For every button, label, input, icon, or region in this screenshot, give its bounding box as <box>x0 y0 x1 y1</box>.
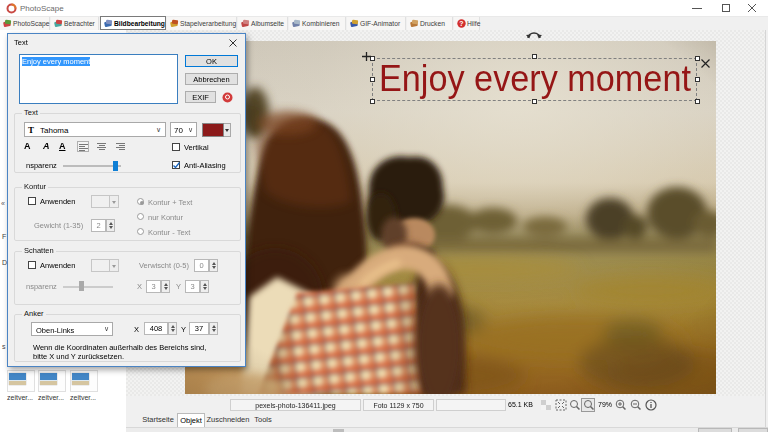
svg-text:?: ? <box>459 20 463 27</box>
